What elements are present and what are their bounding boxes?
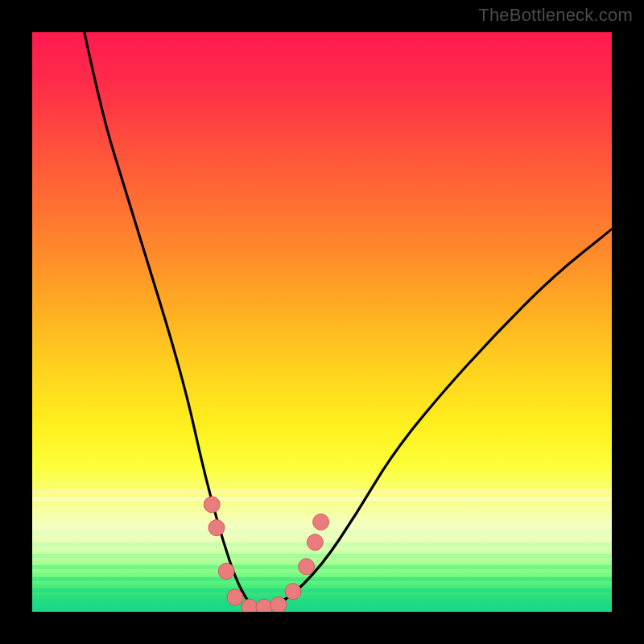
curve-marker [256,599,272,612]
curve-marker [299,559,315,575]
curve-marker [313,514,329,530]
curve-marker [270,597,287,612]
plot-area [32,32,612,612]
curve-marker [208,520,225,536]
curve-marker [227,589,243,605]
curve-marker [285,584,301,600]
curve-marker [307,535,323,551]
watermark-text: TheBottleneck.com [478,5,633,26]
chart-frame: TheBottleneck.com [0,0,644,644]
curve-marker [204,497,220,513]
bottleneck-curve [32,32,612,612]
curve-marker [218,564,234,580]
curve-marker [242,599,258,612]
